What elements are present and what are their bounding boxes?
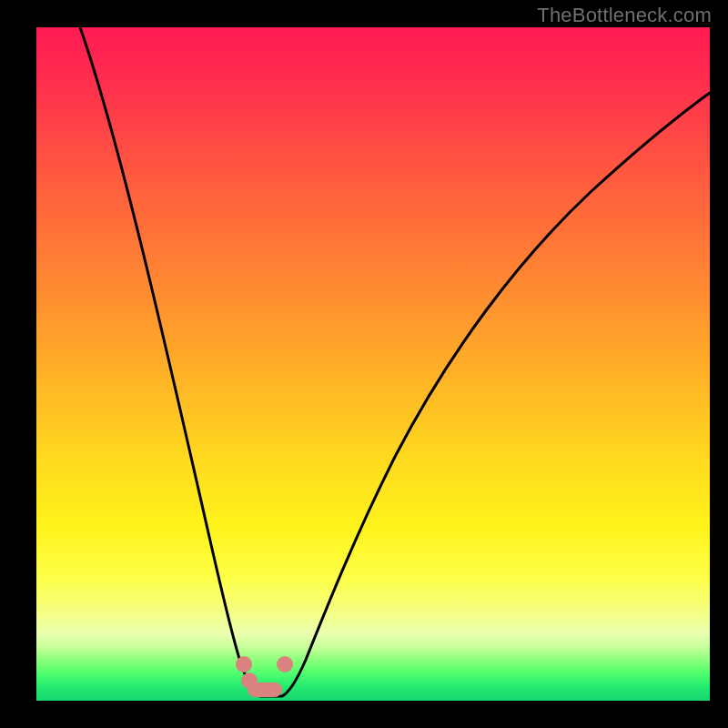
- chart-frame: TheBottleneck.com: [0, 0, 728, 728]
- bottleneck-curve: [80, 27, 710, 696]
- svg-point-3: [277, 656, 293, 672]
- watermark-text: TheBottleneck.com: [537, 4, 712, 27]
- plot-area: [36, 27, 710, 701]
- svg-rect-2: [248, 682, 282, 697]
- svg-point-0: [236, 656, 252, 672]
- notch-marker: [236, 656, 293, 697]
- curve-layer: [36, 27, 710, 701]
